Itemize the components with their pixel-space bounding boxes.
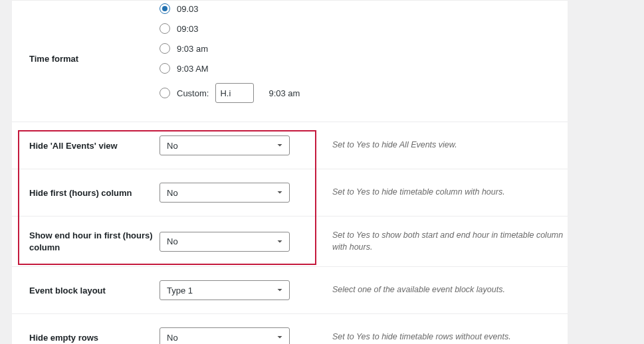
row-hide-all-events: Hide 'All Events' view No Set to Yes to … (12, 122, 568, 169)
label-show-end-hour: Show end hour in first (hours) column (12, 230, 160, 253)
desc-hide-first-hours: Set to Yes to hide timetable column with… (332, 187, 568, 199)
select-hide-first-hours[interactable]: No (160, 183, 290, 203)
time-format-option-custom[interactable]: Custom: 9:03 am (160, 83, 554, 103)
select-hide-all-events[interactable]: No (160, 135, 290, 155)
desc-show-end-hour: Set to Yes to show both start and end ho… (332, 230, 568, 253)
select-hide-all-events-input[interactable]: No (160, 135, 290, 155)
label-hide-first-hours: Hide first (hours) column (12, 188, 160, 198)
time-format-option-label: 09.03 (177, 4, 199, 14)
row-time-format: Time format 09.03 09:03 9:03 am (12, 0, 568, 122)
time-format-custom-input[interactable] (215, 83, 254, 103)
select-hide-empty-rows[interactable]: No (160, 327, 290, 344)
label-event-block-layout: Event block layout (12, 286, 160, 296)
time-format-option-1[interactable]: 09:03 (160, 23, 554, 34)
time-format-radio-1[interactable] (160, 23, 170, 34)
time-format-option-2[interactable]: 9:03 am (160, 43, 554, 54)
label-time-format: Time format (12, 3, 160, 64)
row-hide-empty-rows: Hide empty rows No Set to Yes to hide ti… (12, 314, 568, 344)
time-format-options: 09.03 09:03 9:03 am 9:03 AM (160, 3, 568, 103)
time-format-custom-label: Custom: (177, 88, 209, 98)
time-format-radio-2[interactable] (160, 43, 170, 54)
label-hide-empty-rows: Hide empty rows (12, 333, 160, 343)
settings-panel: Time format 09.03 09:03 9:03 am (12, 0, 568, 344)
time-format-option-label: 9:03 AM (177, 64, 209, 74)
desc-event-block-layout: Select one of the available event block … (332, 284, 568, 296)
row-event-block-layout: Event block layout Type 1 Select one of … (12, 267, 568, 314)
label-hide-all-events: Hide 'All Events' view (12, 141, 160, 151)
row-hide-first-hours: Hide first (hours) column No Set to Yes … (12, 169, 568, 216)
desc-hide-all-events: Set to Yes to hide All Events view. (332, 139, 568, 151)
time-format-custom-preview: 9:03 am (268, 88, 300, 98)
time-format-option-label: 9:03 am (177, 44, 208, 54)
select-show-end-hour[interactable]: No (160, 232, 290, 252)
time-format-radio-3[interactable] (160, 63, 170, 74)
row-show-end-hour: Show end hour in first (hours) column No… (12, 216, 568, 267)
select-hide-empty-rows-input[interactable]: No (160, 327, 290, 344)
time-format-option-label: 09:03 (177, 24, 199, 34)
select-show-end-hour-input[interactable]: No (160, 232, 290, 252)
select-hide-first-hours-input[interactable]: No (160, 183, 290, 203)
time-format-radio-custom[interactable] (160, 88, 170, 98)
select-event-block-layout[interactable]: Type 1 (160, 280, 290, 300)
select-event-block-layout-input[interactable]: Type 1 (160, 280, 290, 300)
time-format-option-0[interactable]: 09.03 (160, 3, 554, 14)
time-format-option-3[interactable]: 9:03 AM (160, 63, 554, 74)
time-format-radio-0[interactable] (160, 3, 170, 14)
desc-hide-empty-rows: Set to Yes to hide timetable rows withou… (332, 331, 568, 343)
